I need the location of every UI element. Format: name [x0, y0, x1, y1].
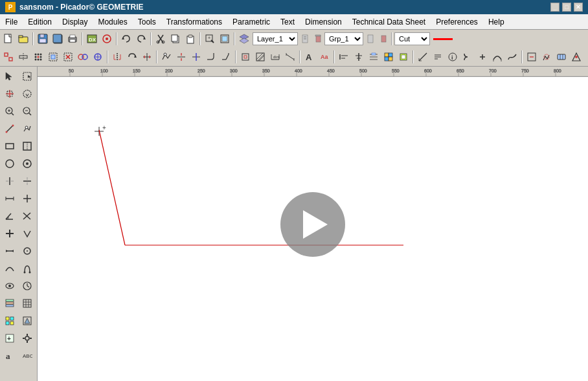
import-button[interactable]: DX [85, 32, 99, 46]
vline-button[interactable] [1, 173, 18, 190]
gear-btn[interactable] [19, 330, 36, 347]
point-button[interactable] [19, 155, 36, 172]
arc3-button[interactable] [490, 50, 504, 64]
zoom-window-button[interactable]: + [203, 32, 217, 46]
menu-tools[interactable]: Tools [133, 16, 161, 28]
menu-dimension[interactable]: Dimension [300, 16, 347, 28]
eye-button[interactable] [1, 278, 18, 294]
close-button[interactable]: ✕ [574, 3, 583, 12]
menu-parametric[interactable]: Parametric [227, 16, 275, 28]
angle2-button[interactable] [19, 208, 36, 224]
hatch-button[interactable] [253, 50, 267, 64]
menu-transformations[interactable]: Transformations [161, 16, 227, 28]
deselect-button[interactable] [61, 50, 75, 64]
select-box-button[interactable] [19, 68, 36, 85]
undo-button[interactable] [119, 32, 133, 46]
layer-select[interactable]: Layer_1 [253, 32, 298, 45]
paste-button[interactable] [183, 32, 198, 46]
circle-button[interactable] [1, 155, 18, 172]
arrow-lr-button[interactable] [1, 243, 18, 259]
zoom-fit-button[interactable] [218, 32, 232, 46]
vshape-button[interactable] [19, 225, 36, 242]
cut-button[interactable] [153, 32, 168, 46]
paste-elem-button[interactable] [91, 50, 105, 64]
measure-button[interactable] [416, 50, 430, 64]
fillet-button[interactable] [204, 50, 218, 64]
plus-button[interactable] [1, 225, 18, 242]
minimize-button[interactable]: _ [550, 3, 560, 12]
text-abc-btn[interactable]: ABC [19, 347, 36, 364]
cross-select-button[interactable] [1, 85, 18, 102]
mirror-button[interactable] [110, 50, 124, 64]
select-all-button[interactable] [46, 50, 60, 64]
lasso-button[interactable] [19, 85, 36, 102]
circle2-button[interactable] [19, 243, 36, 259]
extra1-button[interactable] [525, 50, 539, 64]
array-button[interactable] [140, 50, 154, 64]
group-settings-button[interactable] [365, 32, 376, 46]
layer2-btn[interactable] [19, 295, 36, 312]
select-arrow-button[interactable] [1, 68, 18, 85]
menu-display[interactable]: Display [57, 16, 93, 28]
layer-btn[interactable] [1, 295, 18, 312]
layer-settings-button[interactable] [299, 32, 311, 46]
extra3-button[interactable] [554, 50, 569, 64]
target-button[interactable] [100, 32, 114, 46]
angle1-button[interactable] [1, 208, 18, 224]
new-button[interactable] [1, 32, 16, 46]
menu-text[interactable]: Text [275, 16, 300, 28]
extend-button[interactable] [189, 50, 203, 64]
menu-edition[interactable]: Edition [23, 16, 57, 28]
properties-button[interactable] [431, 50, 445, 64]
info-button[interactable]: i [446, 50, 460, 64]
chamfer-button[interactable] [219, 50, 233, 64]
grid2-btn[interactable] [19, 312, 36, 329]
menu-help[interactable]: Help [483, 16, 510, 28]
clock-button[interactable] [19, 278, 36, 294]
block-button[interactable] [381, 50, 396, 64]
trim-button[interactable] [174, 50, 188, 64]
hconstraint-button[interactable] [1, 190, 18, 207]
menu-modules[interactable]: Modules [93, 16, 132, 28]
arc-button[interactable] [1, 260, 18, 277]
formula-button[interactable] [460, 50, 475, 64]
dimension-auto-button[interactable]: dim [268, 50, 282, 64]
grid-btn[interactable] [1, 312, 18, 329]
play-button[interactable] [280, 192, 345, 257]
snap2-button[interactable] [16, 50, 30, 64]
rect-half-button[interactable] [19, 138, 36, 155]
align-left-button[interactable] [337, 50, 351, 64]
layer-delete-button[interactable] [312, 32, 324, 46]
block2-button[interactable] [396, 50, 411, 64]
zoom-in-button[interactable] [1, 103, 18, 120]
save-all-button[interactable] [51, 32, 65, 46]
redo-button[interactable] [134, 32, 148, 46]
cut-select[interactable]: Cut [394, 32, 430, 45]
menu-file[interactable]: File [0, 16, 23, 28]
group-delete-button[interactable] [378, 32, 389, 46]
extra2-button[interactable] [539, 50, 554, 64]
align-center-button[interactable] [352, 50, 366, 64]
offset-button[interactable] [238, 50, 253, 64]
extra4-button[interactable] [569, 50, 583, 64]
menu-preferences[interactable]: Preferences [431, 16, 483, 28]
align-dist-button[interactable] [367, 50, 381, 64]
dimension-align-button[interactable] [283, 50, 297, 64]
rotate-button[interactable] [125, 50, 139, 64]
copy-elem-button[interactable] [76, 50, 90, 64]
open-button[interactable] [16, 32, 30, 46]
menu-technical-data-sheet[interactable]: Technical Data Sheet [347, 16, 431, 28]
node-edit-button[interactable] [159, 50, 174, 64]
copy-button[interactable] [168, 32, 183, 46]
plus2-btn[interactable]: + [1, 330, 18, 347]
text-style-button[interactable]: Aa [317, 50, 332, 64]
text-a-btn[interactable]: a [1, 347, 18, 364]
node-tool-button[interactable] [19, 120, 36, 137]
cross-button[interactable] [19, 190, 36, 207]
arc2-button[interactable] [19, 260, 36, 277]
grid-snap-button[interactable] [31, 50, 45, 64]
calc-button[interactable] [475, 50, 490, 64]
text-button[interactable]: A [302, 50, 317, 64]
maximize-button[interactable]: □ [562, 3, 571, 12]
draw-line-button[interactable] [1, 120, 18, 137]
